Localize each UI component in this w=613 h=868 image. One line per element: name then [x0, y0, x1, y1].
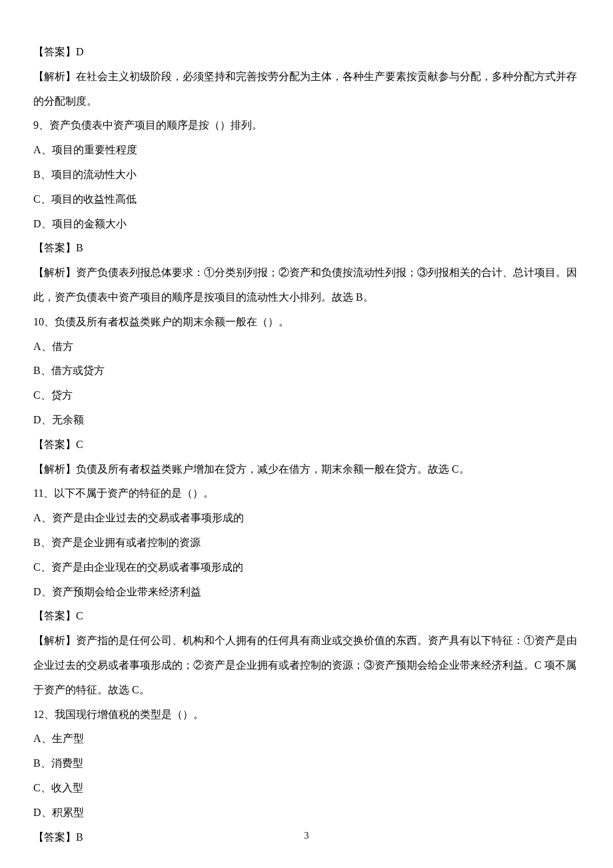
q11-option-d: D、资产预期会给企业带来经济利益 — [33, 580, 580, 605]
q8-answer: 【答案】D — [33, 40, 580, 65]
q9-option-a: A、项目的重要性程度 — [33, 138, 580, 163]
q12-option-b: B、消费型 — [33, 751, 580, 776]
q10-option-a: A、借方 — [33, 335, 580, 359]
q11-stem: 11、以下不属于资产的特征的是（）。 — [33, 481, 580, 506]
q12-option-d: D、积累型 — [33, 801, 580, 825]
q9-answer: 【答案】B — [33, 236, 580, 261]
q10-option-d: D、无余额 — [33, 408, 580, 433]
q10-explanation: 【解析】负债及所有者权益类账户增加在贷方，减少在借方，期末余额一般在贷方。故选 … — [33, 457, 580, 482]
q9-option-d: D、项目的金额大小 — [33, 212, 580, 237]
q11-explanation: 【解析】资产指的是任何公司、机构和个人拥有的任何具有商业或交换价值的东西。资产具… — [33, 629, 580, 702]
q9-stem: 9、资产负债表中资产项目的顺序是按（）排列。 — [33, 113, 580, 138]
page-number: 3 — [0, 831, 613, 841]
q10-stem: 10、负债及所有者权益类账户的期末余额一般在（）。 — [33, 310, 580, 335]
q10-option-b: B、借方或贷方 — [33, 359, 580, 383]
q11-option-a: A、资产是由企业过去的交易或者事项形成的 — [33, 506, 580, 531]
q12-stem: 12、我国现行增值税的类型是（）。 — [33, 703, 580, 727]
q11-answer: 【答案】C — [33, 604, 580, 629]
document-content: 【答案】D 【解析】在社会主义初级阶段，必须坚持和完善按劳分配为主体，各种生产要… — [33, 40, 580, 849]
q9-explanation: 【解析】资产负债表列报总体要求：①分类别列报；②资产和负债按流动性列报；③列报相… — [33, 261, 580, 310]
q9-option-b: B、项目的流动性大小 — [33, 163, 580, 187]
q11-option-b: B、资产是企业拥有或者控制的资源 — [33, 531, 580, 555]
q9-option-c: C、项目的收益性高低 — [33, 187, 580, 212]
q12-option-c: C、收入型 — [33, 776, 580, 801]
q12-option-a: A、生产型 — [33, 727, 580, 751]
q11-option-c: C、资产是由企业现在的交易或者事项形成的 — [33, 555, 580, 580]
q10-option-c: C、贷方 — [33, 383, 580, 408]
q10-answer: 【答案】C — [33, 433, 580, 457]
q8-explanation: 【解析】在社会主义初级阶段，必须坚持和完善按劳分配为主体，各种生产要素按贡献参与… — [33, 65, 580, 114]
